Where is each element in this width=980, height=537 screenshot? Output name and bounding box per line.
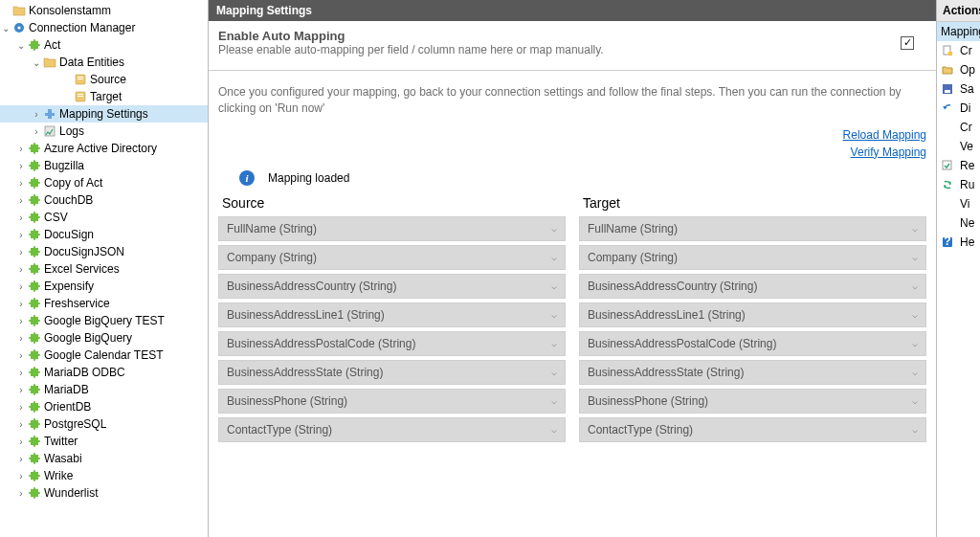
tree-label: Act <box>44 38 60 52</box>
source-header: Source <box>222 195 566 211</box>
source-field-1[interactable]: Company (String) <box>218 245 566 270</box>
expand-icon[interactable]: ⌄ <box>31 57 42 68</box>
reload-mapping-link[interactable]: Reload Mapping <box>218 126 926 144</box>
expand-icon[interactable]: › <box>15 230 27 240</box>
action-cr[interactable]: Cr <box>937 118 980 137</box>
expand-icon[interactable]: › <box>15 333 27 344</box>
expand-icon[interactable]: › <box>31 109 42 120</box>
source-field-6[interactable]: BusinessPhone (String) <box>218 389 566 414</box>
action-sa[interactable]: Sa <box>937 79 980 99</box>
tree-conn-3[interactable]: ›Copy of Act <box>0 174 208 191</box>
tree-conn-11[interactable]: ›Google BigQuery TEST <box>0 312 208 329</box>
expand-icon[interactable]: › <box>15 488 27 499</box>
verify-mapping-link[interactable]: Verify Mapping <box>218 144 926 161</box>
svg-rect-4 <box>78 78 83 79</box>
action-label: Di <box>960 101 970 115</box>
action-ne[interactable]: Ne <box>937 213 980 233</box>
expand-icon[interactable]: › <box>15 436 27 447</box>
source-field-2[interactable]: BusinessAddressCountry (String) <box>218 274 566 299</box>
expand-icon[interactable]: › <box>15 350 27 361</box>
expand-icon[interactable]: › <box>31 126 42 137</box>
action-label: Vi <box>960 197 969 211</box>
actions-pane: Actions Mapping CrOpSaDiCrVeReRuViNe?He <box>936 0 980 537</box>
expand-icon[interactable]: › <box>15 161 27 171</box>
tree-conn-14[interactable]: ›MariaDB ODBC <box>0 364 208 381</box>
expand-icon[interactable]: › <box>15 144 27 154</box>
tree-conn-17-icon <box>27 416 42 432</box>
target-field-7[interactable]: ContactType (String) <box>579 417 926 442</box>
expand-icon[interactable]: › <box>15 195 27 206</box>
tree-conn-5[interactable]: ›CSV <box>0 209 208 226</box>
expand-icon[interactable]: › <box>15 316 27 326</box>
action-label: He <box>960 235 974 249</box>
expand-icon[interactable]: ⌄ <box>15 40 27 51</box>
source-field-4[interactable]: BusinessAddressPostalCode (String) <box>218 331 566 356</box>
action-re[interactable]: Re <box>937 156 980 175</box>
tree-conn-20[interactable]: ›Wrike <box>0 467 208 484</box>
enable-auto-mapping-checkbox[interactable]: ✓ <box>901 36 914 50</box>
expand-icon[interactable]: › <box>15 299 27 309</box>
source-field-0[interactable]: FullName (String) <box>218 216 566 241</box>
tree-logs[interactable]: ›Logs <box>0 123 208 140</box>
expand-icon[interactable]: › <box>15 368 27 378</box>
tree-target[interactable]: Target <box>0 88 208 105</box>
target-field-1[interactable]: Company (String) <box>579 245 926 270</box>
tree-conn-2-icon <box>27 158 42 173</box>
tree-conn-21[interactable]: ›Wunderlist <box>0 484 208 502</box>
tree-conn-1[interactable]: ›Azure Active Directory <box>0 140 208 157</box>
tree-conn-18[interactable]: ›Twitter <box>0 433 208 450</box>
tree-conn-9-icon <box>27 279 42 294</box>
source-field-3[interactable]: BusinessAddressLine1 (String) <box>218 302 566 327</box>
tree-conn-10[interactable]: ›Freshservice <box>0 295 208 312</box>
action-he[interactable]: ?He <box>937 233 980 252</box>
tree-mapping-settings[interactable]: ›Mapping Settings <box>0 105 208 123</box>
tree-source[interactable]: Source <box>0 71 208 88</box>
action-ve[interactable]: Ve <box>937 137 980 156</box>
svg-rect-9 <box>48 109 52 119</box>
expand-icon[interactable]: › <box>15 402 27 413</box>
target-field-3[interactable]: BusinessAddressLine1 (String) <box>579 302 926 327</box>
expand-icon[interactable]: › <box>15 264 27 275</box>
expand-icon[interactable]: ⌄ <box>0 23 11 34</box>
target-field-2[interactable]: BusinessAddressCountry (String) <box>579 274 926 299</box>
expand-icon[interactable]: › <box>15 247 27 257</box>
tree-label: Copy of Act <box>44 176 102 190</box>
tree-conn-19[interactable]: ›Wasabi <box>0 450 208 467</box>
target-field-6[interactable]: BusinessPhone (String) <box>579 389 926 414</box>
tree-conn-17[interactable]: ›PostgreSQL <box>0 415 208 433</box>
action-vi[interactable]: Vi <box>937 194 980 213</box>
source-field-5[interactable]: BusinessAddressState (String) <box>218 360 566 385</box>
expand-icon[interactable]: › <box>15 471 27 481</box>
tree-conn-8[interactable]: ›Excel Services <box>0 260 208 278</box>
expand-icon[interactable]: › <box>15 454 27 464</box>
actions-selected[interactable]: Mapping <box>937 22 980 41</box>
tree-root[interactable]: Konsolenstamm <box>0 2 208 19</box>
expand-icon[interactable]: › <box>15 213 27 223</box>
tree-label: DocuSign <box>44 228 94 241</box>
expand-icon[interactable]: › <box>15 385 27 395</box>
target-field-0[interactable]: FullName (String) <box>579 216 926 241</box>
tree-conn-16[interactable]: ›OrientDB <box>0 398 208 415</box>
expand-icon[interactable]: › <box>15 281 27 292</box>
target-field-5[interactable]: BusinessAddressState (String) <box>579 360 926 385</box>
tree-conn-15[interactable]: ›MariaDB <box>0 381 208 398</box>
tree-conn-7[interactable]: ›DocuSignJSON <box>0 243 208 260</box>
tree-conn-20-icon <box>27 468 42 483</box>
tree-act[interactable]: ⌄Act <box>0 36 208 54</box>
tree-conn-4[interactable]: ›CouchDB <box>0 191 208 209</box>
expand-icon[interactable]: › <box>15 419 27 430</box>
action-cr[interactable]: Cr <box>937 41 980 60</box>
tree-conn-13[interactable]: ›Google Calendar TEST <box>0 347 208 364</box>
action-ru[interactable]: Ru <box>937 175 980 194</box>
tree-conn-2[interactable]: ›Bugzilla <box>0 157 208 174</box>
action-op[interactable]: Op <box>937 60 980 79</box>
tree-conn-9[interactable]: ›Expensify <box>0 278 208 295</box>
tree-connection-manager[interactable]: ⌄Connection Manager <box>0 19 208 36</box>
action-di[interactable]: Di <box>937 99 980 118</box>
expand-icon[interactable]: › <box>15 178 27 189</box>
tree-conn-6[interactable]: ›DocuSign <box>0 226 208 243</box>
source-field-7[interactable]: ContactType (String) <box>218 417 566 442</box>
tree-conn-12[interactable]: ›Google BigQuery <box>0 329 208 347</box>
target-field-4[interactable]: BusinessAddressPostalCode (String) <box>579 331 926 356</box>
tree-data-entities[interactable]: ⌄Data Entities <box>0 54 208 71</box>
